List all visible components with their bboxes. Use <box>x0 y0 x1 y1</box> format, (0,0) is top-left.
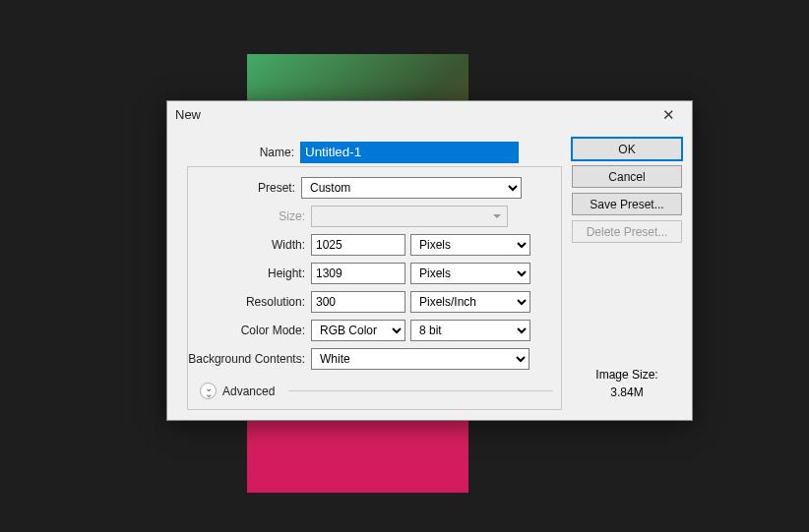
size-label: Size: <box>188 209 311 223</box>
resolution-unit-select[interactable]: Pixels/Inch <box>410 291 530 313</box>
cancel-button[interactable]: Cancel <box>572 165 682 188</box>
preset-label: Preset: <box>188 181 301 195</box>
settings-group: Preset: Custom Size: Width: Pixels <box>187 166 562 410</box>
background-label: Background Contents: <box>188 352 311 366</box>
divider <box>288 390 553 391</box>
height-label: Height: <box>188 266 311 280</box>
advanced-label: Advanced <box>222 384 275 398</box>
bit-depth-select[interactable]: 8 bit <box>410 320 530 341</box>
color-mode-select[interactable]: RGB Color <box>311 320 405 341</box>
titlebar: New ✕ <box>167 101 692 128</box>
height-input[interactable] <box>311 263 405 284</box>
height-unit-select[interactable]: Pixels <box>410 263 530 284</box>
image-size-value: 3.84M <box>572 384 682 401</box>
new-document-dialog: New ✕ Name: Preset: Custom Size: <box>166 100 693 421</box>
resolution-input[interactable] <box>311 291 405 313</box>
name-label: Name: <box>177 146 300 159</box>
advanced-toggle[interactable]: ⌄⌄ Advanced <box>200 383 553 399</box>
save-preset-button[interactable]: Save Preset... <box>572 193 682 215</box>
background-select[interactable]: White <box>311 348 529 370</box>
delete-preset-button: Delete Preset... <box>572 220 682 243</box>
ok-button[interactable]: OK <box>572 138 682 160</box>
color-mode-label: Color Mode: <box>188 324 311 337</box>
chevron-down-double-icon: ⌄⌄ <box>200 383 217 399</box>
close-icon[interactable]: ✕ <box>653 107 684 122</box>
name-input[interactable] <box>300 142 519 163</box>
width-unit-select[interactable]: Pixels <box>410 234 530 256</box>
width-label: Width: <box>188 238 311 252</box>
size-select <box>311 206 508 227</box>
width-input[interactable] <box>311 234 405 256</box>
preset-select[interactable]: Custom <box>301 177 522 199</box>
dialog-title: New <box>175 107 201 122</box>
image-size-label: Image Size: <box>572 366 682 384</box>
resolution-label: Resolution: <box>188 295 311 309</box>
